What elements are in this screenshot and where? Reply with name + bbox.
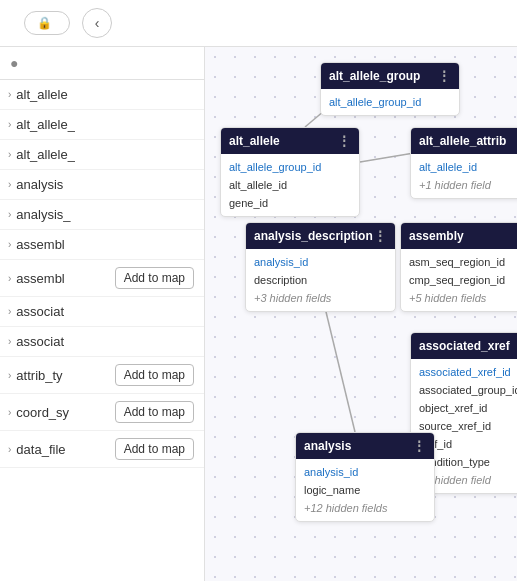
db-table-body: alt_allele_group_id: [321, 89, 459, 115]
chevron-right-icon: ›: [8, 444, 11, 455]
hidden-fields-label: +12 hidden fields: [296, 499, 434, 517]
hidden-fields-label: +5 hidden fields: [401, 289, 517, 307]
add-to-map-button[interactable]: Add to map: [115, 267, 194, 289]
sidebar-item-left: ›data_file: [8, 442, 66, 457]
canvas-area: alt_allele_group⋮alt_allele_group_idalt_…: [205, 47, 517, 581]
sidebar-item-label: alt_allele_: [16, 117, 75, 132]
sidebar-item-label: data_file: [16, 442, 65, 457]
db-table-body: analysis_idlogic_name+12 hidden fields: [296, 459, 434, 521]
hidden-fields-label: +3 hidden fields: [246, 289, 395, 307]
search-input[interactable]: [24, 56, 194, 71]
search-icon: ●: [10, 55, 18, 71]
db-table: alt_allele_attrib⋮alt_allele_id+1 hidden…: [410, 127, 517, 199]
add-to-map-button[interactable]: Add to map: [115, 401, 194, 423]
sidebar-item-label: associat: [16, 334, 64, 349]
sidebar-item[interactable]: ›coord_syAdd to map: [0, 394, 204, 431]
add-to-map-button[interactable]: Add to map: [115, 364, 194, 386]
db-table-header: analysis⋮: [296, 433, 434, 459]
chevron-right-icon: ›: [8, 407, 11, 418]
header: 🔒 ‹: [0, 0, 517, 47]
db-table-body: analysis_iddescription+3 hidden fields: [246, 249, 395, 311]
sidebar-item-left: ›alt_allele: [8, 87, 68, 102]
sidebar-item-label: assembl: [16, 271, 64, 286]
sidebar-item-left: ›alt_allele_: [8, 147, 75, 162]
sidebar-item[interactable]: ›data_fileAdd to map: [0, 431, 204, 468]
sidebar-item-label: alt_allele: [16, 87, 67, 102]
sidebar-item[interactable]: ›analysis: [0, 170, 204, 200]
chevron-right-icon: ›: [8, 179, 11, 190]
back-icon: ‹: [95, 15, 100, 31]
db-field: cmp_seq_region_id: [401, 271, 517, 289]
chevron-right-icon: ›: [8, 273, 11, 284]
db-table-name: assembly: [409, 229, 464, 243]
sidebar-item-left: ›assembl: [8, 237, 65, 252]
sidebar-item[interactable]: ›analysis_: [0, 200, 204, 230]
db-field: alt_allele_id: [411, 158, 517, 176]
sidebar-item-left: ›assembl: [8, 271, 65, 286]
sidebar-item-left: ›analysis_: [8, 207, 71, 222]
chevron-right-icon: ›: [8, 370, 11, 381]
sidebar-item-left: ›analysis: [8, 177, 63, 192]
db-table-name: alt_allele_group: [329, 69, 420, 83]
db-table-header: assembly⋮: [401, 223, 517, 249]
sidebar-item-label: coord_sy: [16, 405, 69, 420]
db-table-name: alt_allele_attrib: [419, 134, 506, 148]
db-field: associated_xref_id: [411, 363, 517, 381]
db-field: alt_allele_group_id: [321, 93, 459, 111]
sidebar-item-label: assembl: [16, 237, 64, 252]
sidebar-item-label: alt_allele_: [16, 147, 75, 162]
db-table-header: alt_allele_group⋮: [321, 63, 459, 89]
table-access-button[interactable]: 🔒: [24, 11, 70, 35]
chevron-right-icon: ›: [8, 149, 11, 160]
db-field: description: [246, 271, 395, 289]
db-table-body: alt_allele_group_idalt_allele_idgene_id: [221, 154, 359, 216]
chevron-right-icon: ›: [8, 89, 11, 100]
sidebar-item[interactable]: ›associat: [0, 297, 204, 327]
db-table-name: analysis_description: [254, 229, 373, 243]
sidebar-item[interactable]: ›alt_allele_: [0, 110, 204, 140]
db-table-header: analysis_description⋮: [246, 223, 395, 249]
db-table: assembly⋮asm_seq_region_idcmp_seq_region…: [400, 222, 517, 312]
db-field: alt_allele_id: [221, 176, 359, 194]
sidebar-item-label: attrib_ty: [16, 368, 62, 383]
sidebar-item-label: analysis_: [16, 207, 70, 222]
db-table-body: asm_seq_region_idcmp_seq_region_id+5 hid…: [401, 249, 517, 311]
sidebar-item[interactable]: ›alt_allele_: [0, 140, 204, 170]
sidebar-item[interactable]: ›attrib_tyAdd to map: [0, 357, 204, 394]
db-field: gene_id: [221, 194, 359, 212]
table-menu-icon[interactable]: ⋮: [373, 228, 387, 244]
lock-icon: 🔒: [37, 16, 52, 30]
table-menu-icon[interactable]: ⋮: [437, 68, 451, 84]
back-button[interactable]: ‹: [82, 8, 112, 38]
chevron-right-icon: ›: [8, 119, 11, 130]
table-menu-icon[interactable]: ⋮: [412, 438, 426, 454]
table-menu-icon[interactable]: ⋮: [337, 133, 351, 149]
db-table-name: alt_allele: [229, 134, 280, 148]
add-to-map-button[interactable]: Add to map: [115, 438, 194, 460]
db-field: associated_group_id: [411, 381, 517, 399]
hidden-fields-label: +1 hidden field: [411, 176, 517, 194]
sidebar-item-left: ›attrib_ty: [8, 368, 63, 383]
sidebar-item[interactable]: ›associat: [0, 327, 204, 357]
db-field: asm_seq_region_id: [401, 253, 517, 271]
sidebar-list: ›alt_allele›alt_allele_›alt_allele_›anal…: [0, 80, 204, 581]
db-table: alt_allele⋮alt_allele_group_idalt_allele…: [220, 127, 360, 217]
db-table-name: analysis: [304, 439, 351, 453]
sidebar-item[interactable]: ›alt_allele: [0, 80, 204, 110]
sidebar-item-left: ›associat: [8, 334, 64, 349]
db-field: logic_name: [296, 481, 434, 499]
db-table-header: alt_allele_attrib⋮: [411, 128, 517, 154]
sidebar-item-left: ›alt_allele_: [8, 117, 75, 132]
sidebar-item-label: analysis: [16, 177, 63, 192]
sidebar-item[interactable]: ›assembl: [0, 230, 204, 260]
db-table: analysis⋮analysis_idlogic_name+12 hidden…: [295, 432, 435, 522]
db-table: analysis_description⋮analysis_iddescript…: [245, 222, 396, 312]
db-table-body: alt_allele_id+1 hidden field: [411, 154, 517, 198]
chevron-right-icon: ›: [8, 239, 11, 250]
sidebar-item[interactable]: ›assemblAdd to map: [0, 260, 204, 297]
sidebar-item-label: associat: [16, 304, 64, 319]
chevron-right-icon: ›: [8, 336, 11, 347]
db-table: alt_allele_group⋮alt_allele_group_id: [320, 62, 460, 116]
sidebar-item-left: ›coord_sy: [8, 405, 69, 420]
chevron-right-icon: ›: [8, 209, 11, 220]
